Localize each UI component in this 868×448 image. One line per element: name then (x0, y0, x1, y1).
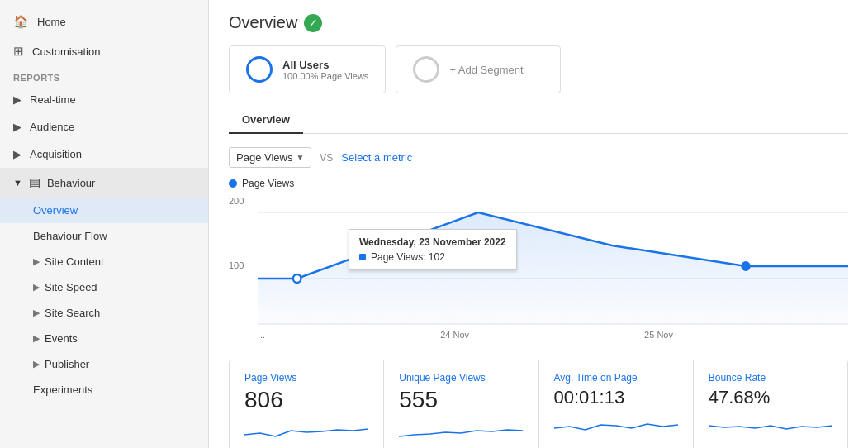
acquisition-icon: ▶ (13, 148, 21, 160)
svg-marker-3 (258, 212, 848, 324)
chart-svg (258, 196, 848, 328)
all-users-name: All Users (282, 59, 368, 71)
metric-value-bounce-rate: 47.68% (709, 387, 832, 408)
site-content-arrow-icon: ▶ (33, 256, 40, 267)
chart-wrapper: 200 100 (229, 196, 848, 328)
publisher-label: Publisher (45, 358, 89, 370)
tabs-bar: Overview (229, 107, 848, 134)
sidebar-item-home[interactable]: 🏠 Home (0, 7, 208, 36)
select-metric-link[interactable]: Select a metric (341, 151, 412, 164)
sparkline-bounce-rate (709, 413, 832, 438)
sparkline-avg-time (554, 413, 678, 438)
tab-overview[interactable]: Overview (229, 107, 303, 134)
experiments-label: Experiments (33, 384, 92, 396)
site-content-label: Site Content (45, 255, 104, 268)
behaviour-flow-label: Behaviour Flow (33, 230, 107, 242)
behaviour-expand-icon: ▼ (13, 178, 22, 188)
metrics-footer: Page Views 806 Unique Page Views 555 Avg… (229, 360, 848, 448)
x-label-25nov: 25 Nov (644, 330, 673, 340)
metric-card-avg-time: Avg. Time on Page 00:01:13 (539, 360, 694, 448)
add-segment-card[interactable]: + Add Segment (396, 45, 561, 93)
site-search-label: Site Search (45, 307, 100, 319)
x-labels: ... 24 Nov 25 Nov (229, 330, 848, 340)
sidebar-item-audience[interactable]: ▶ Audience (0, 113, 208, 141)
svg-point-5 (742, 262, 750, 270)
sidebar-child-site-content[interactable]: ▶ Site Content (0, 249, 208, 274)
site-speed-label: Site Speed (45, 281, 97, 293)
add-segment-ring (413, 56, 439, 83)
all-users-info: All Users 100.00% Page Views (282, 59, 368, 81)
sidebar-child-site-search[interactable]: ▶ Site Search (0, 300, 208, 326)
metric-card-unique-page-views: Unique Page Views 555 (384, 360, 538, 448)
y-label-100: 100 (229, 260, 244, 270)
sidebar-realtime-label: Real-time (30, 93, 76, 106)
sidebar-audience-label: Audience (30, 121, 74, 133)
legend-label: Page Views (242, 178, 294, 189)
metric-title-unique-page-views: Unique Page Views (399, 372, 523, 384)
sidebar-home-label: Home (37, 16, 66, 28)
legend-dot (229, 179, 237, 188)
sidebar-item-acquisition[interactable]: ▶ Acquisition (0, 141, 208, 168)
sidebar-child-events[interactable]: ▶ Events (0, 326, 208, 351)
site-speed-arrow-icon: ▶ (33, 282, 40, 293)
overview-label: Overview (33, 204, 78, 217)
sidebar-item-customisation[interactable]: ⊞ Customisation (0, 36, 208, 66)
x-label-dots: ... (258, 330, 265, 340)
sidebar-acquisition-label: Acquisition (30, 148, 82, 160)
sidebar-child-overview[interactable]: Overview (0, 198, 208, 223)
sidebar-item-realtime[interactable]: ▶ Real-time (0, 86, 208, 113)
metric-title-avg-time: Avg. Time on Page (554, 372, 678, 384)
metric-selected-label: Page Views (236, 151, 292, 164)
sidebar-customisation-label: Customisation (32, 45, 100, 58)
sidebar-child-site-speed[interactable]: ▶ Site Speed (0, 274, 208, 300)
svg-point-4 (293, 274, 301, 283)
sidebar-child-behaviour-flow[interactable]: Behaviour Flow (0, 223, 208, 249)
metric-dropdown[interactable]: Page Views ▼ (229, 147, 311, 168)
reports-section-label: REPORTS (0, 66, 208, 86)
x-label-24nov: 24 Nov (440, 330, 469, 340)
sidebar: 🏠 Home ⊞ Customisation REPORTS ▶ Real-ti… (0, 0, 209, 448)
metric-title-page-views: Page Views (244, 372, 368, 384)
metric-title-bounce-rate: Bounce Rate (709, 372, 832, 384)
events-arrow-icon: ▶ (33, 333, 40, 344)
vs-label: VS (320, 152, 333, 164)
segments-bar: All Users 100.00% Page Views + Add Segme… (229, 45, 848, 93)
sidebar-child-experiments[interactable]: Experiments (0, 377, 208, 403)
all-users-segment[interactable]: All Users 100.00% Page Views (229, 45, 386, 93)
sidebar-child-publisher[interactable]: ▶ Publisher (0, 351, 208, 377)
verified-icon: ✓ (304, 14, 322, 32)
metric-card-page-views: Page Views 806 (230, 360, 384, 448)
all-users-sub: 100.00% Page Views (282, 71, 368, 81)
metric-dropdown-arrow-icon: ▼ (296, 153, 304, 162)
y-label-200: 200 (229, 196, 244, 206)
metric-value-avg-time: 00:01:13 (554, 387, 678, 408)
site-search-arrow-icon: ▶ (33, 307, 40, 318)
add-segment-label: + Add Segment (449, 64, 523, 76)
events-label: Events (45, 332, 78, 345)
metric-value-unique-page-views: 555 (399, 387, 523, 413)
behaviour-icon: ▤ (29, 175, 40, 190)
metric-selectors: Page Views ▼ VS Select a metric (229, 147, 848, 168)
sidebar-item-behaviour[interactable]: ▼ ▤ Behaviour (0, 168, 208, 198)
publisher-arrow-icon: ▶ (33, 359, 40, 369)
metric-card-bounce-rate: Bounce Rate 47.68% (694, 360, 847, 448)
sparkline-unique-page-views (399, 418, 523, 443)
page-header: Overview ✓ (229, 13, 848, 32)
chart-legend: Page Views (229, 178, 848, 189)
audience-icon: ▶ (13, 121, 21, 133)
realtime-icon: ▶ (13, 93, 21, 106)
chart-container: Page Views 200 100 (229, 178, 848, 340)
chart-area: Wednesday, 23 November 2022 Page Views: … (258, 196, 848, 328)
sidebar-behaviour-label: Behaviour (47, 177, 96, 189)
customisation-icon: ⊞ (13, 44, 24, 59)
metric-value-page-views: 806 (244, 387, 368, 413)
home-icon: 🏠 (13, 14, 29, 29)
sparkline-page-views (244, 418, 368, 443)
page-title: Overview (229, 13, 297, 32)
all-users-ring (246, 56, 273, 83)
main-content: Overview ✓ All Users 100.00% Page Views … (209, 0, 868, 448)
